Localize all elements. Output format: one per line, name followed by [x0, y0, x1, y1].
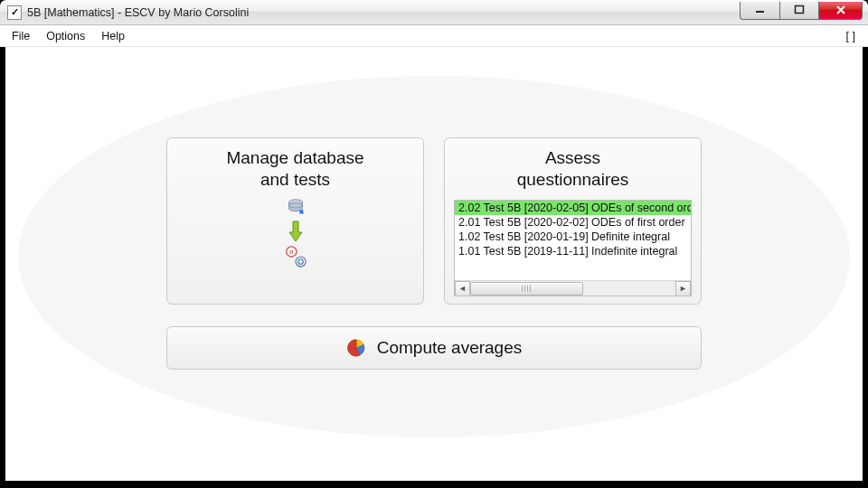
- compute-averages-button[interactable]: Compute averages: [166, 326, 702, 370]
- manage-database-panel[interactable]: Manage database and tests: [166, 137, 424, 305]
- svg-text:a: a: [289, 248, 293, 256]
- compute-averages-label: Compute averages: [377, 338, 523, 358]
- list-item[interactable]: 2.02 Test 5B [2020-02-05] ODEs of second…: [455, 201, 691, 215]
- menu-help[interactable]: Help: [93, 28, 133, 44]
- questionnaire-listbox[interactable]: 2.02 Test 5B [2020-02-05] ODEs of second…: [454, 200, 692, 297]
- menu-bracket[interactable]: [ ]: [837, 28, 864, 44]
- list-item[interactable]: 1.01 Test 5B [2019-11-11] Indefinite int…: [455, 244, 691, 258]
- menu-file[interactable]: File: [4, 28, 38, 44]
- list-item[interactable]: 1.02 Test 5B [2020-01-19] Definite integ…: [455, 230, 691, 244]
- app-icon: ✓: [7, 5, 22, 20]
- client-area: Manage database and tests: [0, 47, 868, 488]
- scroll-right-button[interactable]: ►: [675, 281, 691, 296]
- menu-options[interactable]: Options: [38, 28, 93, 44]
- svg-point-6: [296, 257, 306, 267]
- close-icon: [835, 5, 847, 15]
- arrow-down-icon: [288, 220, 304, 243]
- script-icon: a: [284, 245, 307, 268]
- assess-questionnaires-panel: Assess questionnaires 2.02 Test 5B [2020…: [444, 137, 702, 305]
- maximize-button[interactable]: [779, 2, 819, 20]
- minimize-icon: [755, 5, 766, 15]
- close-button[interactable]: [819, 2, 863, 20]
- app-window: ✓ 5B [Mathematics] - ESCV by Mario Corso…: [0, 0, 868, 488]
- window-buttons: [740, 2, 863, 20]
- database-icon: [286, 198, 306, 218]
- manage-database-title: Manage database and tests: [226, 147, 363, 191]
- titlebar[interactable]: ✓ 5B [Mathematics] - ESCV by Mario Corso…: [0, 0, 868, 25]
- maximize-icon: [794, 5, 805, 15]
- scroll-left-button[interactable]: ◄: [455, 281, 470, 296]
- list-item[interactable]: 2.01 Test 5B [2020-02-02] ODEs of first …: [455, 215, 691, 230]
- scroll-thumb[interactable]: [470, 282, 583, 296]
- assess-title: Assess questionnaires: [517, 147, 629, 191]
- svg-rect-0: [756, 11, 764, 13]
- scroll-track[interactable]: [470, 281, 675, 296]
- window-title: 5B [Mathematics] - ESCV by Mario Corsoli…: [27, 6, 740, 19]
- manage-icon-column: a: [284, 198, 307, 268]
- minimize-button[interactable]: [740, 2, 779, 20]
- horizontal-scrollbar[interactable]: ◄ ►: [455, 280, 691, 296]
- menubar: File Options Help [ ]: [0, 25, 868, 47]
- pie-chart-icon: [346, 338, 366, 358]
- svg-rect-1: [796, 6, 804, 14]
